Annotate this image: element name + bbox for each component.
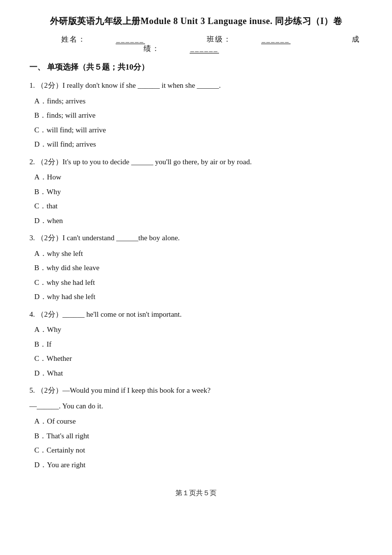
question-stem-4: 4. （2分）______ he'll come or not isn't im… bbox=[29, 308, 363, 321]
header-info: 姓名：______ 班级：______ 成绩：______ bbox=[29, 35, 363, 53]
option-q1-D: D．will find; arrives bbox=[29, 138, 363, 151]
option-q3-D: D．why had she left bbox=[29, 291, 363, 303]
option-q4-A: A．Why bbox=[29, 324, 363, 336]
option-q1-B: B．finds; will arrive bbox=[29, 109, 363, 122]
page-title: 外研版英语九年级上册Module 8 Unit 3 Language inuse… bbox=[29, 15, 363, 28]
question-5: 5. （2分）—Would you mind if I keep this bo… bbox=[29, 384, 363, 471]
option-q1-A: A．finds; arrives bbox=[29, 95, 363, 108]
option-q3-A: A．why she left bbox=[29, 248, 363, 260]
class-field: 班级：______ bbox=[192, 35, 308, 43]
question-4: 4. （2分）______ he'll come or not isn't im… bbox=[29, 308, 363, 380]
option-q3-C: C．why she had left bbox=[29, 277, 363, 289]
option-q4-D: D．What bbox=[29, 367, 363, 380]
question-2: 2. （2分）It's up to you to decide ______ y… bbox=[29, 156, 363, 227]
option-q5-C: C．Certainly not bbox=[29, 444, 363, 457]
option-q2-A: A．How bbox=[29, 171, 363, 184]
option-q4-C: C．Whether bbox=[29, 353, 363, 365]
option-q5-D: D．You are right bbox=[29, 459, 363, 472]
question-3: 3. （2分）I can't understand ______the boy … bbox=[29, 232, 363, 303]
name-field: 姓名：______ bbox=[47, 35, 163, 43]
question-stem-3: 3. （2分）I can't understand ______the boy … bbox=[29, 232, 363, 245]
option-q2-D: D．when bbox=[29, 215, 363, 227]
option-q3-B: B．why did she leave bbox=[29, 262, 363, 275]
question-stem-2: 2. （2分）It's up to you to decide ______ y… bbox=[29, 156, 363, 169]
option-q4-B: B．If bbox=[29, 338, 363, 351]
question-1: 1. （2分）I really don't know if she ______… bbox=[29, 79, 363, 151]
questions-container: 1. （2分）I really don't know if she ______… bbox=[29, 79, 363, 471]
option-q5-A: A．Of course bbox=[29, 415, 363, 428]
question-substem-5: —______. You can do it. bbox=[29, 400, 363, 413]
question-stem-5: 5. （2分）—Would you mind if I keep this bo… bbox=[29, 384, 363, 397]
question-stem-1: 1. （2分）I really don't know if she ______… bbox=[29, 79, 363, 92]
page-footer: 第１页共５页 bbox=[29, 489, 363, 498]
option-q1-C: C．will find; will arrive bbox=[29, 124, 363, 137]
option-q2-C: C．that bbox=[29, 200, 363, 213]
option-q5-B: B．That's all right bbox=[29, 430, 363, 443]
section1-title: 一、 单项选择（共５题；共10分） bbox=[29, 62, 363, 73]
option-q2-B: B．Why bbox=[29, 186, 363, 199]
